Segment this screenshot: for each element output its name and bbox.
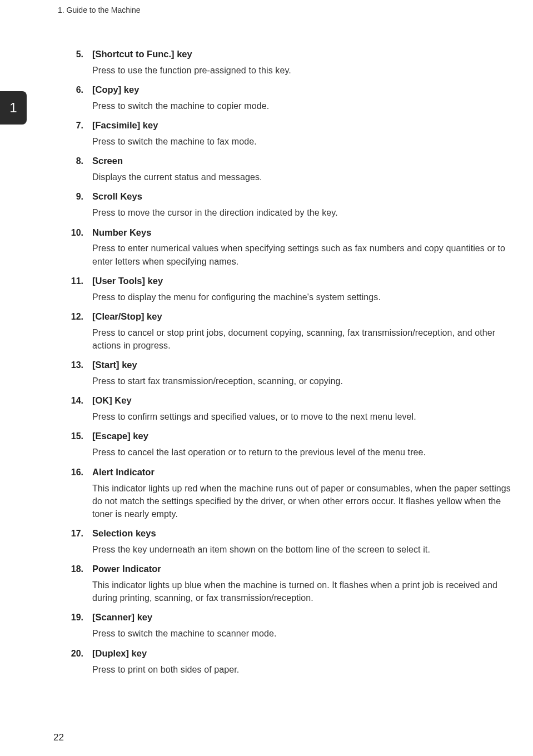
- list-item: Alert IndicatorThis indicator lights up …: [59, 466, 515, 520]
- list-item-desc: Displays the current status and messages…: [92, 171, 515, 183]
- list-item-term: Number Keys: [92, 226, 515, 240]
- list-item-desc: This indicator lights up blue when the m…: [92, 579, 515, 604]
- list-item-desc: Press to cancel or stop print jobs, docu…: [92, 326, 515, 352]
- list-item-desc: This indicator lights up red when the ma…: [92, 482, 515, 521]
- list-item-desc: Press to switch the machine to fax mode.: [92, 135, 515, 148]
- content-area: [Shortcut to Func.] keyPress to use the …: [59, 48, 515, 683]
- list-item: [OK] KeyPress to confirm settings and sp…: [59, 394, 515, 423]
- list-item: [Start] keyPress to start fax transmissi…: [59, 359, 515, 387]
- list-item-term: [Clear/Stop] key: [92, 310, 515, 324]
- list-item: [Facsimile] keyPress to switch the machi…: [59, 119, 515, 148]
- list-item-desc: Press to switch the machine to scanner m…: [92, 627, 515, 640]
- list-item-term: Screen: [92, 155, 515, 168]
- list-item-term: Selection keys: [92, 527, 515, 540]
- list-item-term: [OK] Key: [92, 394, 515, 407]
- list-item-term: [Duplex] key: [92, 647, 515, 660]
- list-item: [Shortcut to Func.] keyPress to use the …: [59, 48, 515, 77]
- list-item: [Copy] keyPress to switch the machine to…: [59, 83, 515, 112]
- running-head: 1. Guide to the Machine: [58, 4, 141, 16]
- list-item-term: [Shortcut to Func.] key: [92, 48, 515, 61]
- list-item: [Escape] keyPress to cancel the last ope…: [59, 430, 515, 459]
- page: 1. Guide to the Machine 1 [Shortcut to F…: [0, 0, 533, 756]
- list-item: Scroll KeysPress to move the cursor in t…: [59, 190, 515, 219]
- list-item: ScreenDisplays the current status and me…: [59, 155, 515, 183]
- list-item-term: Alert Indicator: [92, 466, 515, 479]
- list-item-desc: Press to switch the machine to copier mo…: [92, 100, 515, 112]
- list-item-desc: Press to start fax transmission/receptio…: [92, 375, 515, 387]
- chapter-tab: 1: [0, 91, 27, 125]
- list-item-term: [User Tools] key: [92, 275, 515, 288]
- list-item: Selection keysPress the key underneath a…: [59, 527, 515, 556]
- list-item-desc: Press to cancel the last operation or to…: [92, 446, 515, 459]
- list-item-desc: Press the key underneath an item shown o…: [92, 543, 515, 556]
- list-item: [Clear/Stop] keyPress to cancel or stop …: [59, 310, 515, 352]
- list-item-term: [Start] key: [92, 359, 515, 372]
- definition-list: [Shortcut to Func.] keyPress to use the …: [59, 48, 515, 676]
- list-item: [Duplex] keyPress to print on both sides…: [59, 647, 515, 676]
- list-item-term: [Scanner] key: [92, 611, 515, 624]
- chapter-tab-label: 1: [9, 98, 17, 118]
- list-item-desc: Press to move the cursor in the directio…: [92, 206, 515, 219]
- list-item-term: [Facsimile] key: [92, 119, 515, 132]
- list-item: Number KeysPress to enter numerical valu…: [59, 226, 515, 268]
- list-item-desc: Press to use the function pre-assigned t…: [92, 64, 515, 77]
- list-item-term: [Copy] key: [92, 83, 515, 97]
- page-number: 22: [53, 731, 64, 745]
- list-item-term: Power Indicator: [92, 563, 515, 576]
- list-item: [Scanner] keyPress to switch the machine…: [59, 611, 515, 640]
- list-item-term: [Escape] key: [92, 430, 515, 443]
- list-item-desc: Press to display the menu for configurin…: [92, 291, 515, 304]
- list-item: [User Tools] keyPress to display the men…: [59, 275, 515, 304]
- list-item-desc: Press to enter numerical values when spe…: [92, 242, 515, 267]
- list-item: Power IndicatorThis indicator lights up …: [59, 563, 515, 604]
- list-item-desc: Press to confirm settings and specified …: [92, 410, 515, 423]
- list-item-term: Scroll Keys: [92, 190, 515, 203]
- list-item-desc: Press to print on both sides of paper.: [92, 663, 515, 676]
